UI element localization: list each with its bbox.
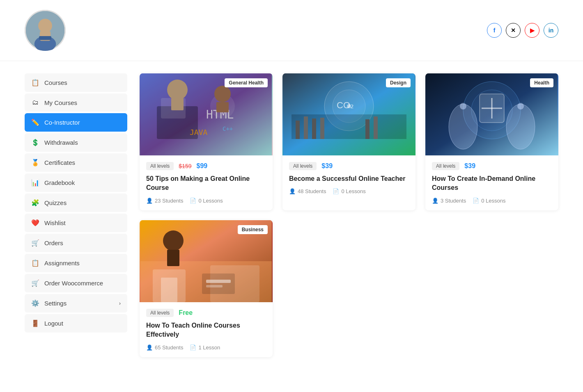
sidebar-label-wishlist: Wishlist: [44, 219, 66, 226]
sidebar-item-co-instructor[interactable]: ✏️ Co-Instructor: [25, 113, 127, 132]
lessons-icon: 📄: [333, 188, 339, 194]
svg-point-35: [506, 104, 535, 149]
course-card-course-4[interactable]: Business All levels Free How To Teach On…: [140, 220, 273, 357]
lessons-meta: 📄 0 Lessons: [190, 198, 223, 204]
svg-point-36: [460, 103, 466, 109]
sidebar-icon-courses: 📋: [31, 79, 39, 87]
sidebar-item-orders[interactable]: 🛒 Orders: [25, 234, 127, 252]
avatar: [25, 10, 66, 51]
svg-point-8: [210, 94, 235, 119]
sidebar-label-co-instructor: Co-Instructor: [44, 119, 80, 126]
card-image: HTML JAVA C++ General Health: [140, 73, 273, 155]
sidebar-label-courses: Courses: [44, 79, 67, 86]
svg-text:HTML: HTML: [206, 108, 234, 121]
sidebar-item-courses[interactable]: 📋 Courses: [25, 73, 127, 92]
svg-rect-13: [171, 98, 184, 110]
svg-point-34: [449, 104, 477, 149]
avatar-image: [25, 10, 66, 51]
sidebar-icon-certificates: 🏅: [31, 159, 39, 166]
svg-text:JAVA: JAVA: [190, 128, 208, 137]
price: $39: [321, 162, 333, 170]
sidebar-arrow-settings: ›: [119, 301, 121, 306]
youtube-button[interactable]: ▶: [525, 23, 539, 38]
sidebar-item-quizzes[interactable]: 🧩 Quizzes: [25, 194, 127, 212]
svg-point-1: [38, 19, 52, 33]
linkedin-button[interactable]: in: [544, 23, 558, 38]
svg-rect-24: [312, 119, 316, 139]
svg-rect-4: [39, 36, 51, 40]
facebook-button[interactable]: f: [487, 23, 502, 38]
sidebar-item-gradebook[interactable]: 📊 Gradebook: [25, 173, 127, 192]
sidebar-icon-settings: ⚙️: [31, 299, 39, 307]
sidebar-label-quizzes: Quizzes: [44, 199, 67, 206]
svg-rect-22: [296, 121, 300, 139]
header-left: [25, 10, 74, 51]
card-level: All levels: [146, 309, 174, 317]
lessons-icon: 📄: [190, 198, 196, 204]
card-image: Business: [140, 220, 273, 302]
sidebar-label-withdrawals: Withdrawals: [44, 139, 78, 146]
svg-rect-27: [374, 116, 378, 139]
sidebar-item-my-courses[interactable]: 🗂 My Courses: [25, 93, 127, 112]
sidebar-item-withdrawals[interactable]: 💲 Withdrawals: [25, 133, 127, 152]
students-meta: 👤 23 Students: [146, 198, 183, 204]
students-meta: 👤 65 Students: [146, 344, 183, 351]
card-level: All levels: [289, 162, 317, 170]
card-body: All levels $39 Become a Successful Onlin…: [282, 155, 415, 201]
sidebar-label-gradebook: Gradebook: [44, 179, 75, 186]
svg-rect-15: [216, 102, 229, 112]
lessons-icon: 📄: [473, 198, 479, 204]
svg-rect-23: [304, 116, 308, 139]
students-icon: 👤: [146, 344, 153, 351]
svg-rect-6: [157, 106, 198, 139]
students-meta: 👤 48 Students: [289, 188, 326, 194]
lessons-count: 0 Lessons: [481, 198, 505, 204]
sidebar-item-assignments[interactable]: 📋 Assignments: [25, 254, 127, 272]
sidebar-item-settings[interactable]: ⚙️ Settings ›: [25, 294, 127, 312]
course-card-course-3[interactable]: Health All levels $39 How To Create In-D…: [425, 73, 558, 210]
students-count: 3 Students: [441, 198, 466, 204]
course-card-course-2[interactable]: CO₂ Design All levels $39 Become a Succe…: [282, 73, 415, 210]
svg-text:C++: C++: [223, 125, 233, 132]
students-count: 48 Students: [298, 188, 326, 194]
svg-point-37: [517, 103, 524, 109]
svg-rect-44: [167, 250, 179, 266]
course-card-course-1[interactable]: HTML JAVA C++ General Health All levels …: [140, 73, 273, 210]
students-icon: 👤: [432, 198, 438, 204]
sidebar-icon-logout: 🚪: [31, 319, 39, 327]
card-meta: 👤 48 Students 📄 0 Lessons: [289, 188, 409, 194]
card-body: All levels $39 How To Create In-Demand O…: [425, 155, 558, 210]
lessons-count: 0 Lessons: [198, 198, 223, 204]
sidebar-label-order-woocommerce: Order Woocommerce: [44, 280, 103, 287]
sidebar-item-logout[interactable]: 🚪 Logout: [25, 314, 127, 333]
price-old: $159: [179, 163, 191, 169]
sidebar-icon-withdrawals: 💲: [31, 139, 39, 146]
card-image: CO₂ Design: [282, 73, 415, 155]
header: f ✕ ▶ in: [0, 0, 583, 61]
svg-rect-26: [365, 119, 370, 139]
svg-rect-45: [202, 273, 235, 294]
sidebar-icon-order-woocommerce: 🛒: [31, 279, 39, 287]
svg-rect-47: [206, 285, 223, 287]
sidebar-item-certificates[interactable]: 🏅 Certificates: [25, 153, 127, 172]
sidebar-label-certificates: Certificates: [44, 159, 75, 166]
card-level-price: All levels $39: [289, 162, 409, 170]
sidebar-item-wishlist[interactable]: ❤️ Wishlist: [25, 214, 127, 232]
svg-rect-41: [161, 278, 177, 302]
card-level-price: All levels Free: [146, 309, 266, 317]
sidebar-icon-wishlist: ❤️: [31, 219, 39, 227]
svg-point-43: [163, 230, 184, 251]
svg-point-12: [167, 80, 188, 100]
sidebar-label-my-courses: My Courses: [44, 99, 77, 106]
price: Free: [179, 309, 193, 317]
twitter-button[interactable]: ✕: [506, 23, 521, 38]
price: $99: [197, 162, 208, 170]
sidebar-label-settings: Settings: [44, 300, 67, 307]
svg-rect-7: [161, 98, 186, 119]
lessons-meta: 📄 1 Lesson: [190, 344, 220, 351]
card-title: How To Teach Online Courses Effectively: [146, 321, 266, 340]
sidebar-item-order-woocommerce[interactable]: 🛒 Order Woocommerce: [25, 274, 127, 292]
courses-grid: HTML JAVA C++ General Health All levels …: [140, 73, 558, 357]
sidebar-icon-gradebook: 📊: [31, 179, 39, 187]
lessons-count: 0 Lessons: [341, 188, 365, 194]
